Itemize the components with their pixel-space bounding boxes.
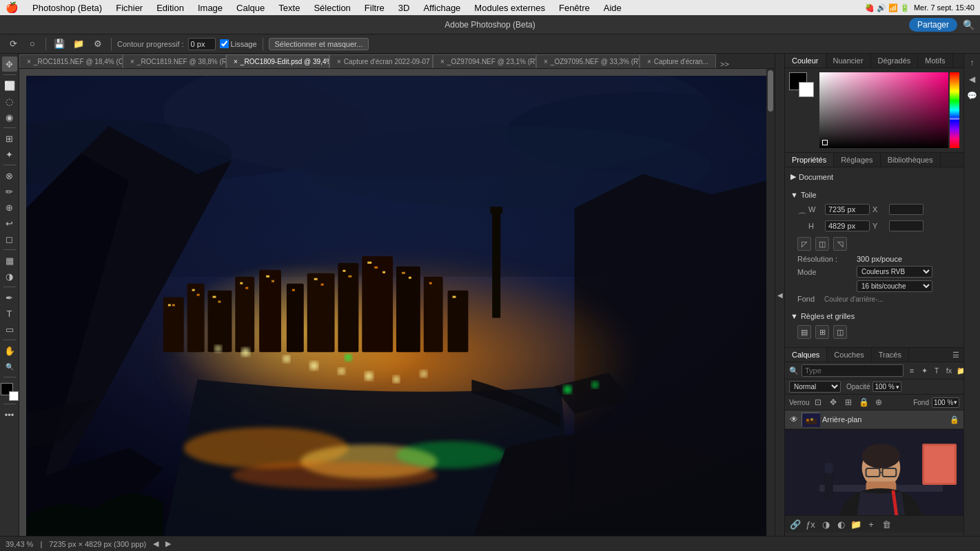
shape-tool[interactable]: ▭ bbox=[2, 322, 17, 337]
layers-panel-menu-icon[interactable]: ☰ bbox=[948, 349, 963, 361]
lock-all-icon[interactable]: 🔒 bbox=[857, 396, 870, 408]
layer-visibility-icon[interactable]: 👁 bbox=[789, 415, 799, 424]
extra-tools[interactable]: ••• bbox=[2, 407, 17, 422]
share-button[interactable]: Partager bbox=[909, 18, 957, 32]
dodge-tool[interactable]: ◑ bbox=[2, 269, 17, 284]
anchor-topcenter-icon[interactable]: ◫ bbox=[815, 237, 829, 251]
search-icon[interactable]: 🔍 bbox=[963, 19, 974, 30]
background-color-swatch[interactable] bbox=[799, 82, 814, 97]
layer-item-arriere-plan[interactable]: 👁 Arrière-plan 🔒 bbox=[785, 410, 963, 429]
pen-tool[interactable]: ✒ bbox=[2, 290, 17, 305]
tab-oz97094[interactable]: × _OZ97094.NEF @ 23,1% (RV... bbox=[433, 54, 536, 68]
layer-fx-button[interactable]: ƒx bbox=[804, 518, 817, 530]
tab-motifs[interactable]: Motifs bbox=[918, 54, 952, 67]
color-gradient-picker[interactable] bbox=[819, 72, 959, 148]
fg-bg-swatches[interactable] bbox=[1, 383, 19, 401]
background-swatch[interactable] bbox=[9, 391, 19, 401]
menu-fichier[interactable]: Fichier bbox=[110, 3, 148, 13]
history-tool[interactable]: ↩ bbox=[2, 216, 17, 231]
layer-link-button[interactable]: 🔗 bbox=[789, 518, 802, 530]
clone-tool[interactable]: ⊕ bbox=[2, 200, 17, 215]
menu-calque[interactable]: Calque bbox=[231, 3, 270, 13]
tool-settings-icon[interactable]: ⚙ bbox=[90, 37, 105, 52]
select-mask-button[interactable]: Sélectionner et masquer... bbox=[269, 38, 369, 50]
tab-proprietes[interactable]: Propriétés bbox=[785, 153, 834, 167]
tab-couches[interactable]: Couches bbox=[827, 348, 871, 362]
rectangle-select-tool[interactable]: ⬜ bbox=[2, 78, 17, 93]
layer-group-button[interactable]: 📁 bbox=[850, 518, 862, 530]
fond-value[interactable]: 100 % ▾ bbox=[932, 397, 959, 408]
canvas-scrollbar-vertical[interactable] bbox=[766, 69, 775, 536]
filter-icon-pixel[interactable]: ≡ bbox=[906, 365, 917, 376]
blend-mode-select[interactable]: Normal Fondu bbox=[789, 381, 841, 393]
tab-roc1815[interactable]: × _ROC1815.NEF @ 18,4% (Ca... bbox=[19, 54, 123, 68]
layer-add-button[interactable]: + bbox=[865, 518, 877, 530]
grid-icon-1[interactable]: ▤ bbox=[797, 325, 811, 339]
regles-section-header[interactable]: ▼ Règles et grilles bbox=[790, 310, 958, 322]
eraser-tool[interactable]: ◻ bbox=[2, 231, 17, 247]
layers-search-input[interactable] bbox=[802, 364, 904, 377]
nav-arrow-left-icon[interactable]: ◀ bbox=[153, 539, 159, 548]
spot-heal-tool[interactable]: ⊗ bbox=[2, 168, 17, 183]
lock-pixel-icon[interactable]: ⊡ bbox=[812, 396, 824, 408]
filter-icon-type[interactable]: T bbox=[931, 365, 942, 376]
layer-mask-button[interactable]: ◑ bbox=[819, 518, 832, 530]
move-tool[interactable]: ✥ bbox=[2, 56, 17, 72]
scrollbar-thumb[interactable] bbox=[768, 70, 773, 112]
width-input[interactable] bbox=[825, 204, 870, 215]
mode-select[interactable]: Couleurs RVB Niveaux de gris CMJN bbox=[857, 266, 932, 278]
contour-input[interactable] bbox=[188, 38, 216, 50]
tab-roc1809[interactable]: × _ROC1809-Edit.psd @ 39,4% (RVB/16) bbox=[226, 54, 329, 68]
quick-select-tool[interactable]: ◉ bbox=[2, 110, 17, 125]
menu-edition[interactable]: Edition bbox=[151, 3, 190, 13]
opacity-value[interactable]: 100 % ▾ bbox=[872, 382, 901, 392]
menu-affichage[interactable]: Affichage bbox=[418, 3, 466, 13]
menu-image[interactable]: Image bbox=[192, 3, 228, 13]
nav-arrow-right-icon[interactable]: ▶ bbox=[165, 539, 171, 548]
layer-adjustment-button[interactable]: ◐ bbox=[835, 518, 847, 530]
collapse-mini-icon[interactable]: ◀ bbox=[966, 73, 979, 85]
lasso-tool[interactable]: ◌ bbox=[2, 94, 17, 109]
color-spectrum-bar[interactable] bbox=[950, 72, 959, 148]
grid-icon-2[interactable]: ⊞ bbox=[815, 325, 829, 339]
height-input[interactable] bbox=[825, 220, 870, 231]
toile-section-header[interactable]: ▼ Toile bbox=[790, 189, 958, 201]
tab-bibliotheques[interactable]: Bibliothèques bbox=[881, 153, 941, 167]
canvas-area[interactable] bbox=[19, 69, 775, 536]
panel-collapse-toggle[interactable]: ◀ bbox=[775, 54, 784, 536]
apple-logo-icon[interactable]: 🍎 bbox=[6, 1, 19, 14]
lock-move-icon[interactable]: ⊕ bbox=[872, 396, 885, 408]
menu-texte[interactable]: Texte bbox=[273, 3, 305, 13]
menu-filtre[interactable]: Filtre bbox=[359, 3, 390, 13]
tab-roc1819[interactable]: × _ROC1819.NEF @ 38,8% (RV... bbox=[123, 54, 226, 68]
tab-oz97095[interactable]: × _OZ97095.NEF @ 33,3% (RV... bbox=[536, 54, 640, 68]
zoom-tool[interactable]: 🔍 bbox=[2, 359, 17, 374]
lock-position-icon[interactable]: ✥ bbox=[827, 396, 839, 408]
layer-delete-button[interactable]: 🗑 bbox=[880, 518, 892, 530]
layer-lock-icon[interactable]: 🔒 bbox=[950, 415, 959, 424]
lissage-checkbox[interactable] bbox=[220, 39, 229, 48]
document-section-header[interactable]: ▶ Document bbox=[790, 170, 958, 183]
anchor-topleft-icon[interactable]: ◸ bbox=[797, 237, 811, 251]
menu-photoshop[interactable]: Photoshop (Beta) bbox=[27, 3, 108, 13]
filter-icon-fx[interactable]: fx bbox=[943, 365, 955, 376]
tab-couleur[interactable]: Couleur bbox=[785, 54, 826, 67]
anchor-topright-icon[interactable]: ◹ bbox=[833, 237, 847, 251]
tab-reglages[interactable]: Réglages bbox=[834, 153, 880, 167]
x-input[interactable] bbox=[889, 204, 923, 215]
tool-open-icon[interactable]: 📁 bbox=[71, 37, 86, 52]
eyedropper-tool[interactable]: ✦ bbox=[2, 147, 17, 162]
tab-capture2[interactable]: × Capture d'écran... bbox=[640, 54, 716, 68]
menu-selection[interactable]: Sélection bbox=[308, 3, 356, 13]
tab-degrades[interactable]: Dégradés bbox=[871, 54, 919, 67]
lock-artboard-icon[interactable]: ⊞ bbox=[842, 396, 855, 408]
share-mini-icon[interactable]: ↑ bbox=[966, 56, 979, 69]
hand-tool[interactable]: ✋ bbox=[2, 343, 17, 358]
tab-nuancier[interactable]: Nuancier bbox=[826, 54, 871, 67]
bits-select[interactable]: 16 bits/couche 8 bits/couche 32 bits/cou… bbox=[857, 280, 932, 292]
grid-icon-3[interactable]: ◫ bbox=[833, 325, 847, 339]
menu-fenetre[interactable]: Fenêtre bbox=[553, 3, 595, 13]
y-input[interactable] bbox=[889, 220, 923, 231]
crop-tool[interactable]: ⊞ bbox=[2, 131, 17, 146]
tool-save-icon[interactable]: 💾 bbox=[52, 37, 67, 52]
